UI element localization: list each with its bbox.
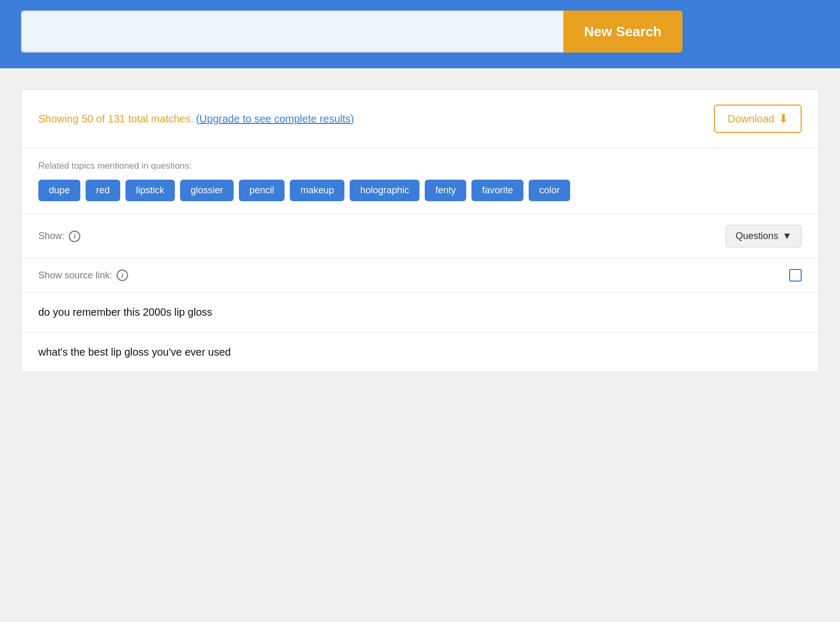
topic-tag-fenty[interactable]: fenty	[425, 180, 466, 201]
topic-tag-lipstick[interactable]: lipstick	[125, 180, 175, 201]
download-button[interactable]: Download ⬇	[714, 105, 802, 133]
results-summary-container: Showing 50 of 131 total matches. (Upgrad…	[38, 113, 354, 125]
topic-tag-color[interactable]: color	[529, 180, 570, 201]
main-content: Showing 50 of 131 total matches. (Upgrad…	[0, 68, 840, 393]
show-source-row: Show source link: i	[22, 258, 818, 293]
topic-tag-red[interactable]: red	[86, 180, 120, 201]
search-input[interactable]: lip gloss	[21, 11, 563, 53]
related-topics-label: Related topics mentioned in questions:	[38, 161, 802, 171]
show-source-checkbox[interactable]	[789, 269, 802, 282]
show-source-label-container: Show source link: i	[38, 269, 128, 281]
question-text-1: do you remember this 2000s lip gloss	[38, 306, 212, 318]
question-row-2: what's the best lip gloss you've ever us…	[22, 333, 818, 372]
show-source-info-icon[interactable]: i	[117, 269, 128, 281]
topic-tag-glossier[interactable]: glossier	[180, 180, 234, 201]
question-row-1: do you remember this 2000s lip gloss	[22, 293, 818, 333]
show-label: Show: i	[38, 231, 80, 242]
topic-tag-makeup[interactable]: makeup	[290, 180, 344, 201]
show-dropdown[interactable]: Questions ▼	[726, 225, 802, 247]
topic-tag-favorite[interactable]: favorite	[471, 180, 523, 201]
topics-tags-container: dupe red lipstick glossier pencil makeup…	[38, 180, 802, 201]
show-row: Show: i Questions ▼	[22, 214, 818, 258]
download-icon: ⬇	[779, 112, 788, 126]
show-info-icon[interactable]: i	[69, 231, 80, 242]
new-search-button[interactable]: New Search	[563, 11, 682, 53]
topic-tag-pencil[interactable]: pencil	[239, 180, 285, 201]
upgrade-link[interactable]: (Upgrade to see complete results)	[196, 113, 354, 125]
question-text-2: what's the best lip gloss you've ever us…	[38, 346, 231, 358]
related-topics-section: Related topics mentioned in questions: d…	[22, 148, 818, 214]
results-summary-text: Showing 50 of 131 total matches.	[38, 113, 194, 125]
download-label: Download	[728, 113, 774, 125]
topic-tag-holographic[interactable]: holographic	[350, 180, 419, 201]
results-header: Showing 50 of 131 total matches. (Upgrad…	[22, 90, 818, 148]
show-text: Show:	[38, 231, 65, 242]
topic-tag-dupe[interactable]: dupe	[38, 180, 80, 201]
results-card: Showing 50 of 131 total matches. (Upgrad…	[21, 89, 819, 372]
search-bar: lip gloss New Search	[21, 11, 682, 53]
show-dropdown-value: Questions	[736, 231, 778, 242]
header: lip gloss New Search	[0, 0, 840, 68]
show-source-text: Show source link:	[38, 270, 112, 281]
chevron-down-icon: ▼	[782, 231, 792, 242]
